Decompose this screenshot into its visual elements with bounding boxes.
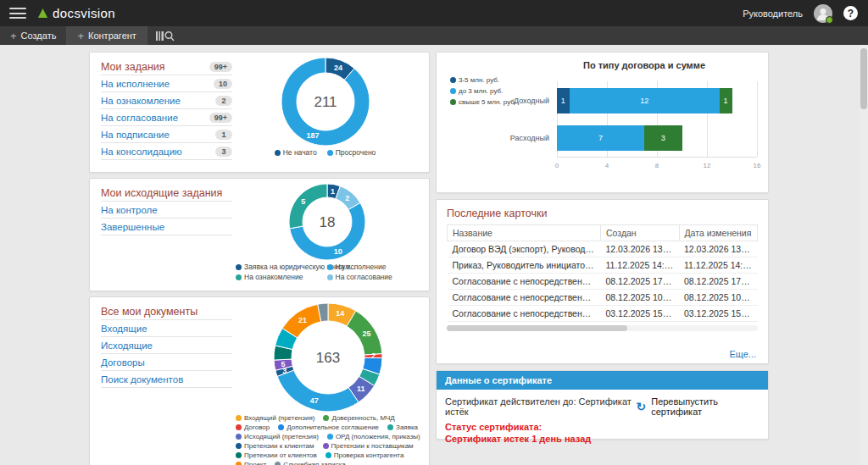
modified-cell: 03.12.2025 15:49 xyxy=(679,306,758,322)
svg-text:14: 14 xyxy=(336,309,344,318)
document-filter-link[interactable]: Входящие xyxy=(101,324,147,334)
axis-tick-label: 4 xyxy=(605,162,609,169)
widget-outgoing-tasks: Мои исходящие задания На контроле Заверш… xyxy=(89,178,430,291)
table-horizontal-scrollbar[interactable] xyxy=(447,325,758,331)
scrollbar-thumb[interactable] xyxy=(860,48,867,109)
legend-item: Проект xyxy=(236,461,266,465)
task-filter-link[interactable]: Завершенные xyxy=(101,222,164,232)
list-item[interactable]: Исходящие xyxy=(101,337,232,354)
certificate-body: Сертификат действителен до: Сертификат и… xyxy=(437,390,768,418)
legend-item: Заявка xyxy=(387,423,418,431)
legend-dot-icon xyxy=(275,150,281,156)
table-row[interactable]: Приказ, Руководитель инициатора и, ... 1… xyxy=(448,257,758,274)
widget-my-tasks: Мои задания 99+ На исполнение 10 На озна… xyxy=(89,52,430,173)
card-name-cell: Приказ, Руководитель инициатора и, ... xyxy=(448,257,601,274)
svg-text:18: 18 xyxy=(319,214,335,230)
legend-dot-icon xyxy=(236,264,242,270)
legend-dot-icon xyxy=(236,424,242,430)
help-icon[interactable]: ? xyxy=(843,6,858,20)
scrollbar-thumb[interactable] xyxy=(447,325,627,331)
legend-item: Претензии к поставщикам xyxy=(323,442,414,450)
list-item[interactable]: На контроле xyxy=(101,202,232,219)
my-tasks-chart-area: 24187211 Не начатоПросрочено xyxy=(242,57,408,157)
logo-triangle-icon xyxy=(37,8,48,19)
action-toolbar: + Создать + Контрагент xyxy=(0,26,868,45)
legend-dot-icon xyxy=(275,462,281,465)
reissue-certificate-button[interactable]: ↻ Перевыпустить сертификат xyxy=(636,396,758,417)
bar-row: Расходный73 xyxy=(557,125,757,151)
modified-cell: 11.12.2025 14:42 xyxy=(679,257,758,274)
column-header: Название xyxy=(448,225,601,241)
document-filter-link[interactable]: Договоры xyxy=(101,357,145,368)
list-item[interactable]: На исполнение 10 xyxy=(101,75,232,92)
task-filter-link[interactable]: На согласование xyxy=(101,113,178,123)
bar-stack: 1121 xyxy=(557,88,757,113)
legend-item: ОРД (положения, приказы) xyxy=(327,433,420,440)
svg-text:24: 24 xyxy=(334,64,342,72)
table-row[interactable]: Договор ВЭД (экспорт), Руководитель и ..… xyxy=(448,241,758,257)
legend-item: Заявка на юридическую консул... xyxy=(236,263,327,271)
svg-text:187: 187 xyxy=(306,131,319,140)
modified-cell: 12.03.2026 13:39 xyxy=(679,241,758,257)
task-filter-link[interactable]: На консолидацию xyxy=(101,147,182,157)
list-item[interactable]: На ознакомление 2 xyxy=(101,92,232,109)
count-badge: 99+ xyxy=(209,62,232,72)
table-row[interactable]: Согласование с непосредственным рук ... … xyxy=(448,306,758,322)
task-filter-link[interactable]: На контроле xyxy=(101,205,158,215)
bar-segment: 3 xyxy=(644,125,682,151)
legend-item: Проверка контрагента xyxy=(326,451,404,459)
online-status-dot xyxy=(826,16,833,24)
list-item[interactable]: На согласование 99+ xyxy=(101,109,232,126)
create-button[interactable]: + Создать xyxy=(0,26,67,45)
barcode-search-button[interactable] xyxy=(147,26,183,45)
task-filter-link[interactable]: На исполнение xyxy=(101,79,170,89)
app-logo: docsvision xyxy=(37,6,115,20)
column-header: Создан xyxy=(601,225,680,241)
my-tasks-donut-chart: 24187211 xyxy=(242,57,408,147)
svg-text:47: 47 xyxy=(310,396,319,405)
list-item[interactable]: Договоры xyxy=(101,354,232,371)
certificate-valid-until: Сертификат действителен до: Сертификат и… xyxy=(445,396,636,417)
legend-dot-icon xyxy=(323,443,329,449)
contragent-button-label: Контрагент xyxy=(88,30,136,41)
document-filter-link[interactable]: Исходящие xyxy=(101,340,153,351)
certificate-status: Статус сертификата: Сертификат истек 1 д… xyxy=(437,418,768,446)
table-row[interactable]: Согласование с непосредственным рук ... … xyxy=(448,290,758,306)
dashboard: docsvision Руководитель ? + Создать + Ко… xyxy=(0,0,868,465)
task-filter-link[interactable]: На подписание xyxy=(101,130,170,140)
avatar[interactable] xyxy=(814,4,832,23)
legend-item: На согласование xyxy=(327,273,419,281)
svg-text:25: 25 xyxy=(363,329,371,338)
plus-icon: + xyxy=(77,30,84,42)
count-badge: 1 xyxy=(215,130,232,140)
documents-donut-chart: 1425211473521163 xyxy=(236,302,420,412)
svg-text:211: 211 xyxy=(314,94,337,110)
outgoing-tasks-chart-area: 1210518 Заявка на юридическую консул...Н… xyxy=(236,183,418,281)
page-vertical-scrollbar[interactable] xyxy=(860,45,868,465)
count-badge: 10 xyxy=(214,79,232,89)
refresh-icon: ↻ xyxy=(636,401,646,412)
task-filter-link[interactable]: На ознакомление xyxy=(101,96,181,106)
bar-chart-plot-area: Доходный1121Расходный73 xyxy=(557,81,757,158)
recent-cards-table: Название Создан Дата изменения Договор В… xyxy=(447,224,758,322)
certificate-status-label: Статус сертификата: xyxy=(445,421,760,433)
hamburger-menu-icon[interactable] xyxy=(9,8,26,19)
list-item[interactable]: На подписание 1 xyxy=(101,126,232,143)
list-item[interactable]: Поиск документов xyxy=(101,371,232,388)
bar-segment: 1 xyxy=(557,88,570,113)
legend-dot-icon xyxy=(236,415,242,421)
legend-item: Не начато xyxy=(275,148,317,157)
create-button-label: Создать xyxy=(21,30,57,41)
more-link[interactable]: Еще... xyxy=(729,349,756,359)
legend-dot-icon xyxy=(450,99,456,105)
list-item[interactable]: Входящие xyxy=(101,320,232,337)
bar-category-label: Расходный xyxy=(510,125,549,151)
legend-item: Исходящий (претензия) xyxy=(236,433,319,440)
contragent-button[interactable]: + Контрагент xyxy=(67,26,147,45)
document-filter-link[interactable]: Поиск документов xyxy=(101,374,183,385)
plus-icon: + xyxy=(10,30,17,42)
svg-text:5: 5 xyxy=(281,360,286,368)
list-item[interactable]: На консолидацию 3 xyxy=(101,143,232,160)
list-item[interactable]: Завершенные xyxy=(101,219,232,235)
table-row[interactable]: Согласование с непосредственным рук ... … xyxy=(448,274,758,290)
